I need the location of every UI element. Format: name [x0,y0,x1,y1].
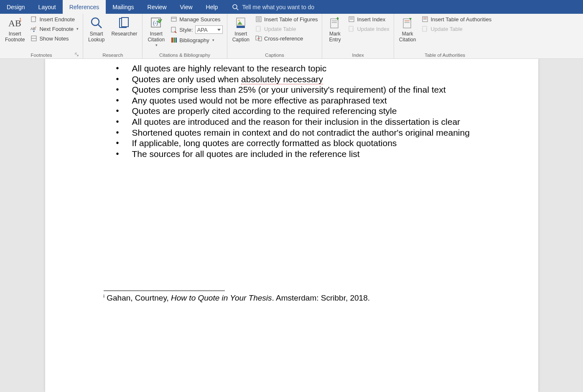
group-label-citations: Citations & Bibliography [145,52,224,58]
citation-style-control[interactable]: Style: APA [169,25,224,35]
show-notes-label: Show Notes [39,35,69,42]
insert-endnote-button[interactable]: i Insert Endnote [29,15,80,23]
show-notes-button[interactable]: Show Notes [29,34,80,43]
ribbon: AB1 Insert Footnote i Insert Endnote AB1… [0,14,583,59]
document-viewport[interactable]: All quotes are highly relevant to the re… [0,59,583,392]
svg-line-1 [237,8,238,10]
insert-footnote-label: Insert Footnote [5,31,25,43]
ribbon-tabs: Design Layout References Mailings Review… [0,0,583,14]
svg-rect-4 [31,17,36,22]
update-table-button: ! Update Table [254,25,319,33]
style-dropdown[interactable]: APA [195,25,223,34]
list-item[interactable]: If applicable, long quotes are correctly… [116,138,496,149]
insert-tof-label: Insert Table of Figures [264,16,318,23]
mark-citation-icon [402,16,413,30]
insert-citation-button[interactable]: (-) Insert Citation ▾ [145,15,167,48]
spellcheck-underline: absolutely necessary [241,74,323,84]
tab-review[interactable]: Review [141,0,173,14]
tab-layout[interactable]: Layout [32,0,63,14]
tab-design[interactable]: Design [0,0,32,14]
update-toa-label: Update Table [430,26,462,32]
bibliography-label: Bibliography [179,37,209,43]
svg-rect-33 [331,19,338,28]
svg-text:!: ! [352,28,354,32]
list-item[interactable]: Quotes are properly cited according to t… [116,106,496,116]
group-index: Mark Entry Insert Index ! Update Index I… [322,14,394,58]
tab-mailings[interactable]: Mailings [106,0,140,14]
group-label-footnotes: Footnotes [3,52,80,58]
svg-line-11 [98,25,102,28]
tab-view[interactable]: View [173,0,199,14]
group-label-research: Research [86,52,140,58]
tell-me-input[interactable] [242,4,367,10]
update-index-button: ! Update Index [346,25,391,33]
list-item[interactable]: Any quotes used would not be more effect… [116,95,496,106]
group-label-captions: Captions [230,52,320,58]
mark-citation-button[interactable]: Mark Citation [397,15,419,43]
manage-sources-label: Manage Sources [179,16,220,23]
footnote-text[interactable]: i Gahan, Courtney, How to Quote in Your … [104,293,496,303]
update-toa-button: ! Update Table [420,25,493,33]
mark-entry-icon [329,16,341,30]
dialog-launcher-icon[interactable] [74,52,79,57]
insert-index-label: Insert Index [357,16,385,23]
researcher-button[interactable]: Researcher [109,15,140,37]
svg-rect-24 [237,26,245,28]
list-item[interactable]: The sources for all quotes are included … [116,149,496,159]
manage-sources-button[interactable]: Manage Sources [169,15,224,23]
bibliography-icon [171,37,177,43]
svg-text:i: i [36,16,36,19]
svg-rect-21 [176,38,177,43]
svg-text:!: ! [426,28,427,32]
insert-index-icon [348,16,355,23]
svg-rect-16 [171,17,176,21]
dropdown-arrow-icon: ▾ [76,27,79,31]
cross-reference-label: Cross-reference [264,35,303,42]
smart-lookup-icon [90,16,103,30]
update-toa-icon: ! [422,25,428,32]
svg-text:1: 1 [35,26,37,28]
citation-icon: (-) [150,16,163,30]
insert-toa-icon [422,16,428,23]
insert-caption-button[interactable]: Insert Caption [230,15,252,43]
footnote-icon: AB1 [8,16,22,30]
svg-rect-19 [171,38,173,43]
svg-rect-20 [173,38,175,43]
insert-endnote-label: Insert Endnote [39,16,75,23]
caption-icon [235,16,247,30]
tell-me-search[interactable] [224,0,367,14]
group-captions: Insert Caption Insert Table of Figures !… [227,14,323,58]
document-page[interactable]: All quotes are highly relevant to the re… [45,59,538,392]
bullet-list: All quotes are highly relevant to the re… [104,63,496,159]
group-footnotes: AB1 Insert Footnote i Insert Endnote AB1… [0,14,83,58]
tab-references[interactable]: References [63,0,106,14]
list-item[interactable]: Quotes are only used when absolutely nec… [116,74,496,85]
svg-text:1: 1 [19,18,22,22]
manage-sources-icon [171,16,177,23]
insert-toa-label: Insert Table of Authorities [430,16,491,23]
style-label: Style: [179,27,193,33]
svg-rect-13 [122,18,128,27]
list-item[interactable]: Shortened quotes remain in context and d… [116,127,496,138]
next-footnote-button[interactable]: AB1 Next Footnote ▾ [29,25,80,33]
insert-footnote-button[interactable]: AB1 Insert Footnote [3,15,27,43]
style-icon [171,26,177,33]
update-table-label: Update Table [264,26,296,32]
update-table-icon: ! [255,25,262,32]
dropdown-arrow-icon: ▾ [212,38,214,42]
mark-entry-button[interactable]: Mark Entry [325,15,345,43]
list-item[interactable]: Quotes comprise less than 25% (or your u… [116,84,496,95]
insert-toa-button[interactable]: Insert Table of Authorities [420,15,493,23]
insert-table-figures-button[interactable]: Insert Table of Figures [254,15,319,23]
smart-lookup-button[interactable]: Smart Lookup [86,15,107,43]
tab-help[interactable]: Help [199,0,225,14]
insert-caption-label: Insert Caption [232,31,249,43]
group-toa: Mark Citation Insert Table of Authoritie… [394,14,496,58]
svg-point-0 [233,5,237,9]
cross-reference-button[interactable]: Cross-reference [254,34,319,43]
list-item[interactable]: All quotes are highly relevant to the re… [116,63,496,74]
list-item[interactable]: All quotes are introduced and the reason… [116,116,496,127]
svg-rect-42 [403,19,411,28]
bibliography-button[interactable]: Bibliography ▾ [169,36,224,44]
insert-index-button[interactable]: Insert Index [346,15,391,23]
